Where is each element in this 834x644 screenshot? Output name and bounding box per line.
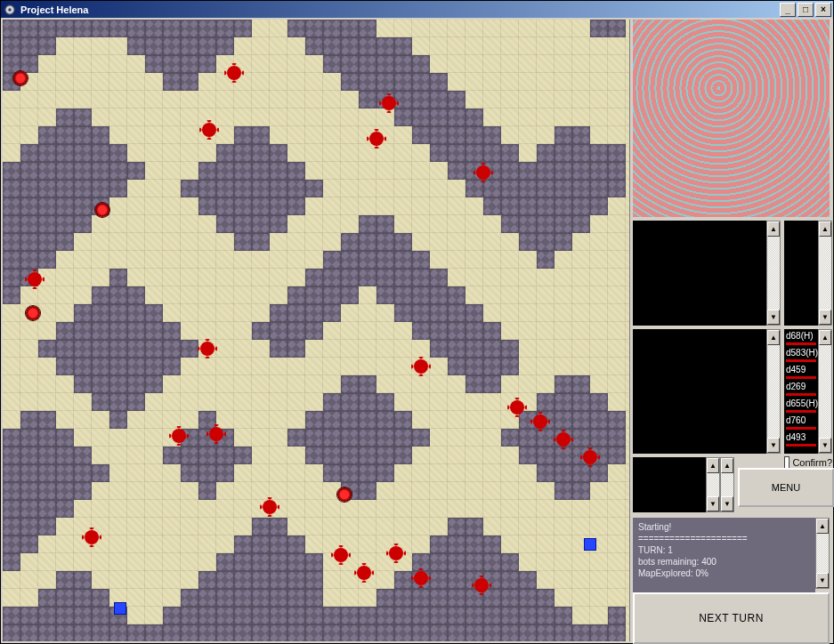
wall-tile [3, 624, 20, 641]
scroll-up-icon[interactable]: ▲ [707, 458, 719, 473]
map-marker[interactable] [584, 538, 596, 551]
wall-tile [483, 358, 501, 375]
unit-enemy[interactable] [85, 530, 99, 544]
info-panel-e-scrollbar[interactable]: ▲▼ [720, 457, 734, 512]
unit-enemy[interactable] [533, 415, 547, 429]
wall-tile [483, 607, 501, 624]
wall-tile [430, 109, 448, 126]
info-panel-c-scrollbar[interactable]: ▲▼ [766, 329, 781, 454]
minimize-button[interactable]: _ [780, 3, 796, 17]
wall-tile [38, 447, 56, 464]
wall-tile [3, 607, 20, 624]
unit-list-item[interactable]: d655(H) [784, 397, 818, 414]
wall-tile [287, 571, 305, 589]
unit-enemy[interactable] [474, 578, 489, 592]
wall-tile [430, 535, 448, 553]
info-panel-d-scrollbar[interactable]: ▲▼ [706, 457, 720, 512]
wall-tile [590, 20, 608, 37]
unit-list[interactable]: d68(H)d583(H)d459d269d655(H)d760d493 [784, 329, 818, 454]
unit-enemy[interactable] [209, 427, 223, 441]
wall-tile [394, 429, 412, 447]
wall-tile [287, 180, 305, 197]
wall-tile [109, 375, 127, 393]
scroll-up-icon[interactable]: ▲ [721, 458, 733, 473]
unit-list-scrollbar[interactable]: ▲▼ [818, 329, 832, 454]
wall-tile [501, 607, 519, 624]
wall-tile [501, 197, 519, 215]
unit-bot[interactable] [95, 203, 109, 217]
wall-tile [323, 20, 341, 37]
wall-tile [20, 37, 38, 55]
wall-tile [466, 553, 483, 571]
scroll-down-icon[interactable]: ▼ [707, 496, 719, 511]
wall-tile [323, 37, 341, 55]
unit-enemy[interactable] [172, 429, 186, 443]
scroll-up-icon[interactable]: ▲ [767, 330, 780, 345]
info-panel-b-scrollbar[interactable]: ▲▼ [818, 221, 832, 326]
close-button[interactable]: × [815, 3, 831, 17]
unit-enemy[interactable] [334, 548, 348, 562]
scroll-down-icon[interactable]: ▼ [819, 310, 831, 325]
unit-enemy[interactable] [200, 342, 215, 356]
wall-tile [555, 215, 572, 233]
scroll-up-icon[interactable]: ▲ [819, 330, 831, 345]
wall-tile [359, 411, 377, 429]
unit-enemy[interactable] [583, 450, 597, 464]
wall-tile [20, 411, 38, 429]
wall-tile [56, 180, 74, 197]
wall-tile [56, 126, 74, 144]
maximize-button[interactable]: □ [798, 3, 814, 17]
wall-tile [359, 37, 377, 55]
wall-tile [590, 411, 608, 429]
wall-tile [74, 589, 92, 607]
unit-list-item[interactable]: d269 [784, 380, 818, 397]
unit-enemy[interactable] [414, 571, 428, 585]
game-map[interactable] [3, 20, 630, 641]
menu-button[interactable]: MENU [738, 468, 834, 507]
scroll-down-icon[interactable]: ▼ [721, 496, 733, 511]
unit-list-item[interactable]: d68(H) [784, 329, 818, 346]
unit-list-item[interactable]: d583(H) [784, 346, 818, 363]
unit-enemy[interactable] [369, 132, 384, 146]
titlebar[interactable]: Project Helena _ □ × [1, 1, 833, 18]
map-marker[interactable] [114, 602, 126, 615]
scroll-down-icon[interactable]: ▼ [767, 310, 780, 325]
scroll-down-icon[interactable]: ▼ [819, 438, 831, 453]
unit-enemy[interactable] [382, 96, 396, 110]
wall-tile [74, 624, 92, 641]
unit-list-item[interactable]: d459 [784, 363, 818, 380]
unit-list-item[interactable]: d493 [784, 431, 818, 447]
wall-tile [590, 197, 608, 215]
scroll-up-icon[interactable]: ▲ [767, 221, 780, 237]
wall-tile [92, 393, 109, 411]
scroll-down-icon[interactable]: ▼ [816, 573, 829, 588]
scroll-down-icon[interactable]: ▼ [767, 438, 780, 453]
unit-enemy[interactable] [28, 272, 42, 286]
checkbox-icon[interactable] [784, 456, 789, 469]
unit-enemy[interactable] [357, 566, 371, 580]
info-panel-a-scrollbar[interactable]: ▲▼ [766, 221, 781, 326]
unit-enemy[interactable] [510, 400, 524, 415]
wall-tile [448, 358, 466, 375]
wall-tile [270, 553, 287, 571]
unit-enemy[interactable] [202, 123, 216, 137]
unit-enemy[interactable] [263, 500, 277, 514]
wall-tile [483, 126, 501, 144]
scroll-up-icon[interactable]: ▲ [819, 221, 831, 237]
unit-enemy[interactable] [556, 432, 571, 447]
wall-tile [234, 20, 252, 37]
unit-enemy[interactable] [227, 66, 241, 80]
unit-list-item[interactable]: d760 [784, 414, 818, 431]
unit-enemy[interactable] [476, 165, 490, 180]
next-turn-button[interactable]: NEXT TURN [633, 592, 830, 644]
wall-tile [109, 269, 127, 286]
minimap[interactable] [633, 20, 830, 217]
unit-bot[interactable] [26, 306, 40, 320]
unit-bot[interactable] [13, 71, 28, 85]
wall-tile [74, 180, 92, 197]
log-scrollbar[interactable]: ▲▼ [815, 518, 830, 589]
unit-enemy[interactable] [414, 359, 428, 374]
unit-bot[interactable] [337, 487, 352, 502]
unit-enemy[interactable] [389, 546, 403, 560]
scroll-up-icon[interactable]: ▲ [816, 519, 829, 534]
